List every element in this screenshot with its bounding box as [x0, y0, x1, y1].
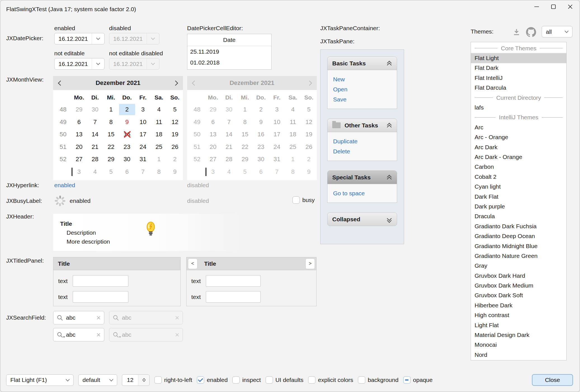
theme-row[interactable]: Flat Dark [471, 63, 566, 73]
search-input[interactable]: abc [66, 331, 94, 338]
close-button[interactable]: Close [532, 374, 573, 386]
day-cell[interactable]: 15 [103, 129, 119, 140]
text-input[interactable] [73, 275, 128, 287]
taskpane-header[interactable]: Basic Tasks [327, 56, 397, 70]
theme-row[interactable]: Gradianto Nature Green [471, 251, 566, 261]
theme-row[interactable]: Gradianto Dark Fuchsia [471, 221, 566, 231]
checkbox-icon[interactable] [403, 376, 411, 384]
toolbar-checkbox[interactable]: UI defaults [266, 376, 303, 384]
theme-row[interactable]: High contrast [471, 310, 566, 320]
day-cell[interactable]: 14 [87, 129, 103, 140]
theme-row[interactable]: Gruvbox Dark Soft [471, 291, 566, 300]
toolbar-checkbox[interactable]: explicit colors [308, 376, 353, 384]
text-input[interactable] [206, 291, 261, 303]
checkbox-icon[interactable] [197, 376, 204, 384]
day-cell[interactable]: 10 [135, 117, 151, 128]
theme-row[interactable]: Gradianto Deep Ocean [471, 231, 566, 241]
day-cell[interactable]: 8 [151, 166, 167, 177]
day-cell[interactable]: 23 [119, 141, 135, 153]
theme-row[interactable]: Material Design Dark [471, 330, 566, 340]
datepicker-enabled[interactable]: 16.12.2021 [54, 33, 105, 44]
text-input[interactable] [73, 291, 128, 303]
spinner-buttons[interactable] [138, 375, 149, 386]
theme-row[interactable]: Flat Darcula [471, 83, 566, 93]
theme-row[interactable]: Hiberbee Dark [471, 300, 566, 310]
theme-row[interactable]: Monocai [471, 340, 566, 350]
day-cell[interactable]: 7 [135, 166, 151, 177]
clear-icon[interactable]: × [96, 314, 101, 321]
theme-row[interactable]: Dracula [471, 212, 566, 221]
day-cell[interactable]: 25 [151, 141, 167, 153]
day-cell[interactable]: 17 [135, 129, 151, 140]
taskpane-header[interactable]: Special Tasks [327, 170, 397, 184]
day-cell[interactable]: 28 [87, 154, 103, 165]
task-link[interactable]: Open [327, 84, 397, 94]
task-link[interactable]: Delete [327, 146, 397, 156]
download-themes-button[interactable] [511, 27, 522, 37]
day-cell[interactable]: 24 [135, 141, 151, 153]
theme-row[interactable]: Cyan light [471, 182, 566, 191]
theme-row[interactable]: Gradianto Midnight Blue [471, 241, 566, 251]
day-cell[interactable]: 2 [119, 104, 135, 115]
theme-row[interactable]: Dark Flat [471, 192, 566, 201]
day-cell[interactable]: 7 [87, 117, 103, 128]
prev-month-icon[interactable] [58, 80, 63, 85]
day-cell[interactable]: 19 [167, 129, 183, 140]
day-cell[interactable]: 16 [119, 129, 135, 140]
theme-row[interactable]: Light Flat [471, 320, 566, 330]
hyperlink-enabled[interactable]: enabled [54, 182, 75, 189]
day-cell[interactable]: 1 [151, 154, 167, 165]
theme-row[interactable]: Arc [471, 122, 566, 132]
collapse-chevron-icon[interactable] [386, 60, 392, 66]
theme-row[interactable]: Core Themes [471, 43, 566, 53]
text-input[interactable] [206, 275, 261, 287]
search-field-with-menu[interactable]: abc × [53, 328, 104, 341]
checkbox-icon[interactable] [266, 376, 273, 384]
theme-row[interactable]: Gruvbox Dark Hard [471, 271, 566, 281]
day-cell[interactable]: 4 [87, 166, 103, 177]
day-cell[interactable]: 21 [87, 141, 103, 153]
github-button[interactable] [525, 27, 537, 38]
checkbox-unchecked-icon[interactable] [293, 196, 300, 204]
task-link[interactable]: Duplicate [327, 136, 397, 146]
day-cell[interactable]: 8 [103, 117, 119, 128]
theme-row[interactable]: lafs [471, 103, 566, 112]
day-cell[interactable]: 22 [103, 141, 119, 153]
checkbox-icon[interactable] [358, 376, 365, 384]
checkbox-icon[interactable] [154, 376, 162, 384]
day-cell[interactable]: 3 [71, 166, 87, 177]
task-link[interactable]: Go to space [327, 188, 397, 198]
theme-row[interactable]: Gruvbox Dark Medium [471, 281, 566, 290]
day-cell[interactable]: 9 [119, 117, 135, 128]
theme-row[interactable]: Flat IntelliJ [471, 73, 566, 83]
theme-row[interactable]: Flat Light [471, 53, 566, 63]
theme-row[interactable]: Arc Dark - Orange [471, 152, 566, 162]
checkbox-icon[interactable] [232, 376, 240, 384]
theme-row[interactable]: Carbon [471, 162, 566, 172]
toolbar-checkbox[interactable]: inspect [232, 376, 261, 384]
taskpane-header[interactable]: Other Tasks [327, 118, 397, 132]
day-cell[interactable]: 4 [151, 104, 167, 115]
search-field[interactable]: abc × [53, 311, 104, 324]
theme-row[interactable]: Arc - Orange [471, 132, 566, 142]
panel-prev-button[interactable]: < [188, 258, 197, 269]
day-cell[interactable]: 31 [135, 154, 151, 165]
theme-row[interactable]: Gray [471, 261, 566, 271]
day-cell[interactable]: 29 [71, 104, 87, 115]
day-cell[interactable]: 29 [103, 154, 119, 165]
day-cell[interactable]: 9 [167, 166, 183, 177]
theme-row[interactable]: Dark purple [471, 201, 566, 211]
task-link[interactable]: Save [327, 94, 397, 104]
minimize-button[interactable] [528, 0, 545, 13]
close-window-button[interactable] [562, 0, 579, 13]
themes-list[interactable]: Core Themes Flat Light Flat Dark Flat In… [471, 42, 567, 360]
font-combobox[interactable]: default [78, 374, 117, 386]
day-cell[interactable]: 2 [167, 154, 183, 165]
clear-icon[interactable]: × [96, 331, 101, 338]
toolbar-checkbox[interactable]: enabled [197, 376, 228, 384]
panel-next-button[interactable]: > [305, 258, 315, 269]
theme-row[interactable]: Current Directory [471, 93, 566, 103]
table-row[interactable]: 25.11.2019 [187, 46, 271, 57]
taskpane-header[interactable]: Collapsed [327, 212, 397, 226]
day-cell[interactable]: 1 [103, 104, 119, 115]
